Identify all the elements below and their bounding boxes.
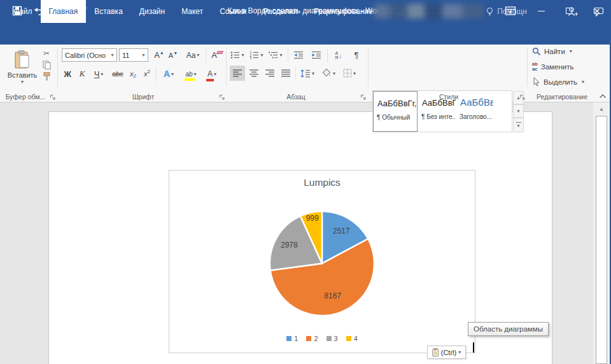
tab-layout[interactable]: Макет	[173, 0, 211, 23]
borders-button[interactable]	[340, 66, 359, 81]
styles-dialog-launcher[interactable]	[519, 92, 527, 99]
style-name: ¶ Обычный	[374, 108, 417, 121]
tab-insert[interactable]: Вставка	[86, 0, 131, 23]
sort-button[interactable]: АЯ ↓	[330, 48, 348, 62]
tab-design[interactable]: Дизайн	[131, 0, 173, 23]
align-center-button[interactable]	[246, 66, 262, 81]
tab-home[interactable]: Главная	[41, 0, 87, 23]
separator	[57, 47, 58, 87]
font-color-button[interactable]: А	[202, 66, 221, 81]
paste-button[interactable]: Вставить ▾	[5, 47, 39, 88]
justify-icon	[281, 69, 291, 77]
paste-label: Вставить	[8, 71, 38, 79]
minimize-button[interactable]	[527, 0, 555, 22]
font-size-value: 11	[120, 52, 139, 59]
line-spacing-button[interactable]	[298, 66, 317, 81]
separator	[288, 48, 288, 62]
superscript-button[interactable]: x2	[140, 66, 154, 81]
tab-file[interactable]: Файл	[5, 0, 41, 23]
ribbon-display-options-button[interactable]	[504, 5, 517, 17]
paste-options-clipboard-icon	[432, 348, 439, 357]
ribbon-display-options-icon	[505, 6, 516, 16]
numbering-button[interactable]: 123	[248, 48, 265, 62]
justify-button[interactable]	[278, 66, 293, 81]
bold-button[interactable]: Ж	[60, 66, 74, 81]
font-name-dropdown-arrow[interactable]: ▾	[108, 52, 116, 58]
scissors-icon: ✂	[43, 49, 50, 58]
find-label: Найти	[544, 48, 565, 55]
scroll-up-button[interactable]: ▲	[596, 104, 607, 115]
tab-references[interactable]: Ссылки	[211, 0, 255, 23]
grow-font-button[interactable]: A▲	[152, 48, 166, 62]
align-left-button[interactable]	[230, 66, 245, 81]
separator	[327, 48, 328, 62]
legend-label: 3	[334, 335, 338, 342]
separator	[156, 67, 157, 81]
select-button[interactable]: Выделить	[532, 76, 584, 87]
styles-group-label: Стили	[407, 93, 490, 101]
chart-object[interactable]: Lumpics 251781672978999 1234	[169, 170, 475, 353]
paste-options-button[interactable]: (Ctrl) ▾	[427, 346, 466, 359]
data-label-1: 2517	[333, 227, 350, 235]
shading-button[interactable]	[319, 66, 338, 81]
paragraph-dialog-launcher[interactable]	[360, 92, 368, 99]
change-case-button[interactable]: Aa	[183, 48, 202, 62]
legend-item-3: 3	[327, 335, 338, 342]
legend-swatch	[346, 336, 351, 341]
collapse-ribbon-button[interactable]	[597, 90, 608, 102]
find-button[interactable]: Найти	[532, 46, 572, 57]
text-highlight-button[interactable]: ab	[181, 66, 201, 81]
legend-item-2: 2	[306, 335, 318, 342]
grow-arrow: ▲	[160, 50, 164, 55]
separator	[206, 48, 206, 62]
align-right-button[interactable]	[262, 66, 277, 81]
legend-label: 1	[294, 335, 298, 342]
increase-indent-button[interactable]	[308, 48, 325, 62]
clipboard-dialog-launcher[interactable]	[50, 92, 57, 99]
subscript-button[interactable]: x2	[126, 66, 140, 81]
style-name: ¶ Без инте...	[418, 108, 456, 120]
font-name-combo[interactable]: Calibri (Осно ▾	[62, 48, 117, 62]
font-size-dropdown-arrow[interactable]: ▾	[139, 52, 148, 58]
font-dialog-launcher[interactable]	[219, 92, 227, 99]
document-area[interactable]: Lumpics 251781672978999 1234 Область диа…	[0, 102, 610, 364]
maximize-button[interactable]	[555, 0, 583, 22]
shrink-font-button[interactable]: A▼	[167, 48, 179, 62]
legend-item-1: 1	[286, 335, 298, 342]
select-label: Выделить	[544, 78, 577, 86]
clipboard-group-label: Буфер обм...	[3, 93, 48, 101]
bullets-button[interactable]	[228, 48, 246, 62]
close-icon: ×	[594, 6, 600, 17]
format-painter-button[interactable]	[41, 71, 52, 81]
show-formatting-marks-button[interactable]: ¶	[349, 48, 364, 62]
copy-button[interactable]	[41, 60, 52, 70]
decrease-indent-button[interactable]	[290, 48, 307, 62]
vertical-scrollbar[interactable]: ▲	[593, 102, 610, 364]
bullets-icon	[230, 51, 240, 59]
font-size-combo[interactable]: 11 ▾	[119, 48, 148, 62]
cut-button[interactable]: ✂	[41, 48, 52, 59]
text-effects-button[interactable]: A	[158, 66, 179, 81]
legend-swatch	[327, 336, 332, 341]
italic-button[interactable]: К	[76, 66, 88, 81]
close-button[interactable]: ×	[583, 0, 611, 22]
pie-chart[interactable]: 251781672978999	[169, 171, 475, 353]
multilevel-list-button[interactable]	[267, 48, 284, 62]
styles-more-button[interactable]: ▼	[513, 118, 524, 132]
tab-review[interactable]: Рецензирование	[306, 0, 381, 23]
tab-mailings[interactable]: Рассылки	[255, 0, 306, 23]
line-spacing-icon	[300, 69, 311, 78]
strikethrough-button[interactable]: abc	[109, 66, 126, 81]
ribbon-tab-bar	[0, 22, 611, 45]
replace-button[interactable]: ab ac Заменить	[532, 61, 573, 72]
paste-options-label: (Ctrl)	[441, 349, 456, 356]
paste-clipboard-icon	[14, 50, 31, 69]
clear-formatting-button[interactable]: A	[209, 48, 225, 62]
scrollbar-thumb[interactable]	[596, 116, 607, 364]
styles-scroll-down-button[interactable]: ▼	[513, 104, 524, 118]
multilevel-list-icon	[269, 51, 278, 59]
minimize-icon	[538, 11, 545, 11]
underline-button[interactable]: Ч	[89, 66, 108, 81]
svg-text:3: 3	[250, 57, 252, 59]
paste-options-dropdown-arrow: ▾	[458, 349, 461, 355]
